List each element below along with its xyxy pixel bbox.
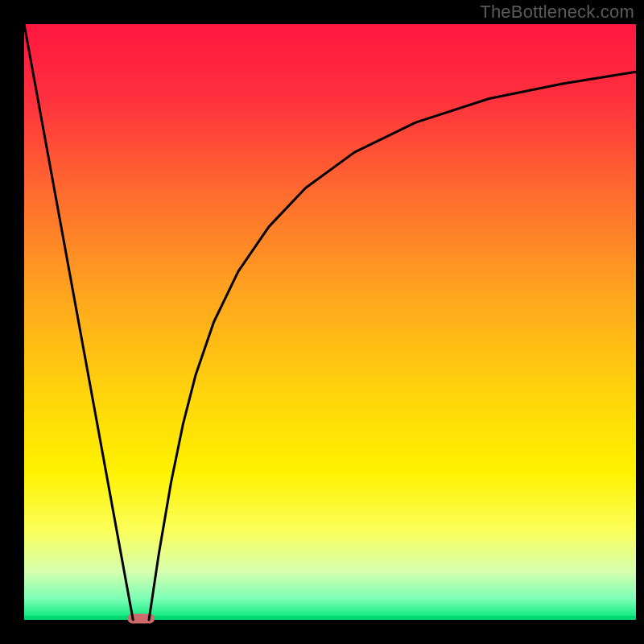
bottleneck-chart-canvas (0, 0, 644, 644)
chart-stage: TheBottleneck.com (0, 0, 644, 644)
watermark-text: TheBottleneck.com (480, 2, 634, 23)
